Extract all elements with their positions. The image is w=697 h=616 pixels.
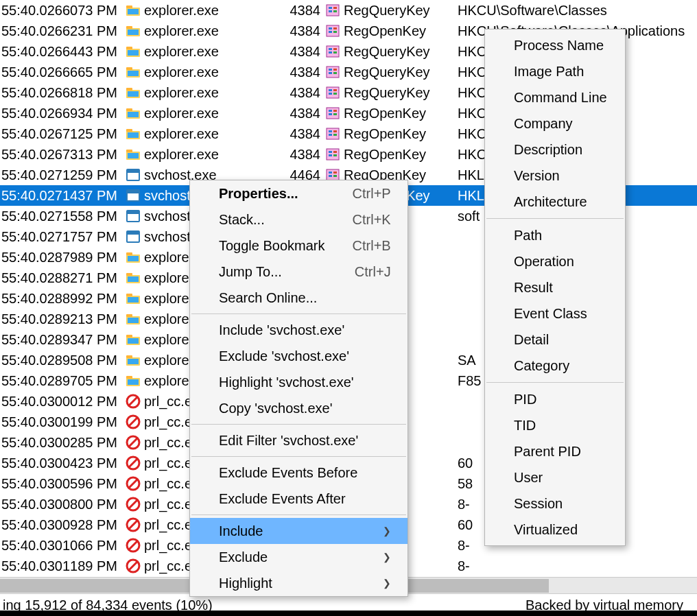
prl-icon	[125, 414, 141, 430]
submenu-item-label: TID	[514, 418, 536, 434]
submenu-item[interactable]: Process Name	[485, 32, 625, 58]
menu-item[interactable]: Jump To...Ctrl+J	[190, 259, 407, 285]
prl-icon	[125, 434, 141, 451]
operation-name: RegOpenKey	[344, 126, 426, 142]
submenu-item[interactable]: TID	[485, 412, 625, 438]
menu-item[interactable]: Exclude 'svchost.exe'	[190, 343, 407, 369]
cell-time: 55:40.0300800 PM	[0, 497, 125, 512]
cell-time: 55:40.0289347 PM	[0, 332, 125, 348]
registry-icon	[324, 64, 341, 80]
menu-item[interactable]: Copy 'svchost.exe'	[190, 395, 407, 421]
cell-operation: RegOpenKey	[324, 105, 455, 121]
submenu-item-label: Event Class	[514, 306, 587, 322]
submenu-item-label: Detail	[514, 332, 549, 348]
submenu-item-label: Version	[514, 168, 560, 184]
prl-icon	[125, 517, 141, 533]
menu-item[interactable]: Include 'svchost.exe'	[190, 317, 407, 343]
submenu-item[interactable]: Parent PID	[485, 438, 625, 464]
cell-time: 55:40.0266443 PM	[0, 44, 125, 60]
table-row[interactable]: 55:40.0266073 PMexplorer.exe4384RegQuery…	[0, 0, 697, 21]
svchost-icon	[125, 228, 141, 245]
cell-time: 55:40.0266231 PM	[0, 23, 125, 39]
menu-item[interactable]: Properties...Ctrl+P	[190, 180, 407, 206]
explorer-icon	[125, 352, 141, 368]
submenu-item[interactable]: Category	[485, 353, 625, 379]
explorer-icon	[125, 2, 141, 19]
cell-operation: RegOpenKey	[324, 126, 455, 142]
menu-separator	[486, 218, 624, 219]
menu-item-shortcut: Ctrl+J	[355, 264, 391, 280]
menu-item[interactable]: Highlight❯	[190, 570, 407, 596]
explorer-icon	[125, 64, 141, 80]
cell-process: explorer.exe	[125, 146, 279, 163]
cell-time: 55:40.0287989 PM	[0, 250, 125, 265]
cell-path: HKCU\Software\Classes	[455, 3, 697, 19]
menu-item-label: Toggle Bookmark	[219, 238, 325, 254]
menu-item-shortcut: Ctrl+P	[353, 186, 391, 202]
process-name: explorer.exe	[144, 85, 219, 101]
registry-icon	[324, 2, 341, 19]
svchost-icon	[125, 208, 141, 224]
menu-item[interactable]: Toggle BookmarkCtrl+B	[190, 233, 407, 259]
submenu-item[interactable]: Architecture	[485, 189, 625, 215]
submenu-item[interactable]: Company	[485, 110, 625, 137]
include-submenu[interactable]: Process NameImage PathCommand LineCompan…	[484, 29, 626, 546]
menu-item[interactable]: Exclude Events Before	[190, 460, 407, 486]
menu-item-label: Include 'svchost.exe'	[219, 322, 344, 338]
prl-icon	[125, 455, 141, 471]
submenu-item[interactable]: Virtualized	[485, 517, 625, 543]
explorer-icon	[125, 23, 141, 39]
submenu-item[interactable]: Event Class	[485, 300, 625, 327]
submenu-item[interactable]: Session	[485, 490, 625, 517]
registry-icon	[324, 84, 341, 101]
process-name: explorer.exe	[144, 126, 219, 142]
menu-item[interactable]: Highlight 'svchost.exe'	[190, 369, 407, 395]
menu-item[interactable]: Edit Filter 'svchost.exe'	[190, 427, 407, 453]
submenu-item-label: Operation	[514, 254, 574, 270]
menu-item[interactable]: Include❯	[190, 518, 407, 544]
submenu-item[interactable]: Image Path	[485, 58, 625, 84]
submenu-item[interactable]: PID	[485, 386, 625, 412]
menu-item[interactable]: Search Online...	[190, 285, 407, 311]
operation-name: RegQueryKey	[344, 64, 430, 80]
cell-operation: RegQueryKey	[324, 84, 455, 101]
submenu-item-label: Company	[514, 116, 573, 132]
cell-time: 55:40.0300928 PM	[0, 517, 125, 533]
submenu-item[interactable]: Version	[485, 163, 625, 189]
explorer-icon	[125, 84, 141, 101]
menu-separator	[191, 456, 406, 457]
cell-operation: RegQueryKey	[324, 64, 455, 80]
submenu-item[interactable]: Detail	[485, 327, 625, 353]
submenu-item[interactable]: Command Line	[485, 84, 625, 110]
submenu-item-label: Command Line	[514, 90, 607, 106]
cell-time: 55:40.0288992 PM	[0, 291, 125, 307]
submenu-item-label: Image Path	[514, 64, 584, 80]
menu-separator	[486, 382, 624, 383]
explorer-icon	[125, 270, 141, 286]
cell-time: 55:40.0289705 PM	[0, 373, 125, 389]
menu-item-label: Include	[219, 523, 263, 539]
submenu-item[interactable]: Result	[485, 274, 625, 300]
menu-item-label: Highlight 'svchost.exe'	[219, 375, 354, 390]
operation-name: RegOpenKey	[344, 23, 426, 39]
menu-item[interactable]: Exclude❯	[190, 544, 407, 570]
context-menu[interactable]: Properties...Ctrl+PStack...Ctrl+KToggle …	[189, 180, 408, 597]
submenu-item[interactable]: Operation	[485, 248, 625, 274]
submenu-item[interactable]: User	[485, 464, 625, 490]
chevron-right-icon: ❯	[383, 552, 391, 562]
cell-time: 55:40.0267125 PM	[0, 126, 125, 142]
cell-pid: 4384	[279, 85, 324, 101]
explorer-icon	[125, 290, 141, 307]
cell-pid: 4384	[279, 126, 324, 142]
menu-item[interactable]: Exclude Events After	[190, 486, 407, 512]
cell-operation: RegQueryKey	[324, 43, 455, 60]
submenu-item[interactable]: Path	[485, 222, 625, 248]
operation-name: RegQueryKey	[344, 3, 430, 19]
submenu-item[interactable]: Description	[485, 137, 625, 163]
submenu-item-label: PID	[514, 392, 536, 407]
submenu-item-label: Description	[514, 142, 582, 158]
cell-time: 55:40.0266073 PM	[0, 3, 125, 19]
menu-item-label: Exclude Events After	[219, 491, 346, 507]
menu-item-label: Exclude 'svchost.exe'	[219, 348, 349, 364]
menu-item[interactable]: Stack...Ctrl+K	[190, 206, 407, 233]
